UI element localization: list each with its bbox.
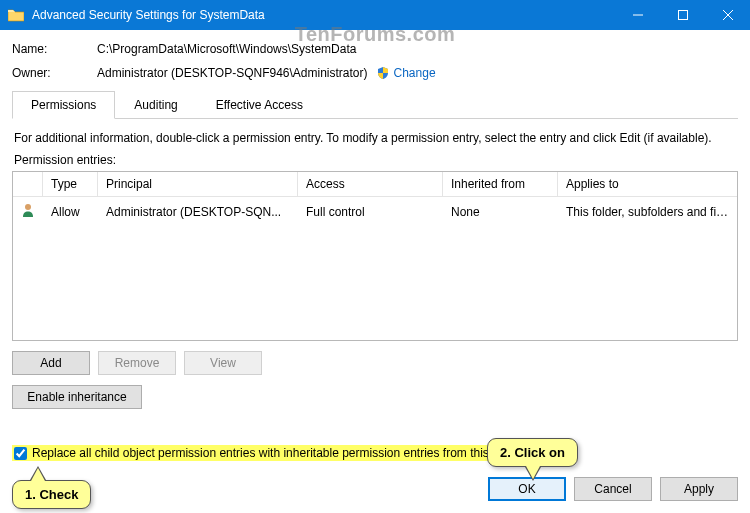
table-row[interactable]: Allow Administrator (DESKTOP-SQN... Full… <box>13 197 737 226</box>
col-principal[interactable]: Principal <box>98 172 298 197</box>
callout-click-on: 2. Click on <box>487 438 578 467</box>
info-text: For additional information, double-click… <box>14 131 736 145</box>
callout-check-text: 1. Check <box>25 487 78 502</box>
col-access[interactable]: Access <box>298 172 443 197</box>
row-applies: This folder, subfolders and files <box>558 200 737 224</box>
tab-permissions[interactable]: Permissions <box>12 91 115 119</box>
inheritance-row: Enable inheritance <box>12 385 738 409</box>
replace-permissions-text: Replace all child object permission entr… <box>32 446 524 460</box>
enable-inheritance-button[interactable]: Enable inheritance <box>12 385 142 409</box>
tab-strip: Permissions Auditing Effective Access <box>12 90 738 119</box>
col-applies[interactable]: Applies to <box>558 172 737 197</box>
col-type[interactable]: Type <box>43 172 98 197</box>
owner-value: Administrator (DESKTOP-SQNF946\Administr… <box>97 66 368 80</box>
user-icon <box>20 202 36 221</box>
name-row: Name: C:\ProgramData\Microsoft\Windows\S… <box>12 42 738 56</box>
row-access: Full control <box>298 200 443 224</box>
svg-rect-1 <box>678 11 687 20</box>
folder-icon <box>8 8 24 22</box>
close-button[interactable] <box>705 0 750 30</box>
cancel-button[interactable]: Cancel <box>574 477 652 501</box>
permission-table-header: Type Principal Access Inherited from App… <box>13 172 737 197</box>
tab-effective-access[interactable]: Effective Access <box>197 91 322 119</box>
replace-permissions-checkbox[interactable] <box>14 447 27 460</box>
add-button[interactable]: Add <box>12 351 90 375</box>
apply-button[interactable]: Apply <box>660 477 738 501</box>
row-inherited: None <box>443 200 558 224</box>
change-owner-link[interactable]: Change <box>394 66 436 80</box>
row-buttons: Add Remove View <box>12 351 738 375</box>
tab-auditing[interactable]: Auditing <box>115 91 196 119</box>
callout-check: 1. Check <box>12 480 91 509</box>
row-type: Allow <box>43 200 98 224</box>
row-principal: Administrator (DESKTOP-SQN... <box>98 200 298 224</box>
name-value: C:\ProgramData\Microsoft\Windows\SystemD… <box>97 42 356 56</box>
view-button: View <box>184 351 262 375</box>
maximize-button[interactable] <box>660 0 705 30</box>
owner-row: Owner: Administrator (DESKTOP-SQNF946\Ad… <box>12 66 738 80</box>
permission-entries-label: Permission entries: <box>14 153 736 167</box>
col-inherited[interactable]: Inherited from <box>443 172 558 197</box>
minimize-button[interactable] <box>615 0 660 30</box>
window-title: Advanced Security Settings for SystemDat… <box>32 8 615 22</box>
titlebar: Advanced Security Settings for SystemDat… <box>0 0 750 30</box>
content-area: Name: C:\ProgramData\Microsoft\Windows\S… <box>12 42 738 501</box>
permission-table[interactable]: Type Principal Access Inherited from App… <box>12 171 738 341</box>
name-label: Name: <box>12 42 97 56</box>
remove-button: Remove <box>98 351 176 375</box>
svg-point-4 <box>25 204 31 210</box>
callout-click-on-text: 2. Click on <box>500 445 565 460</box>
shield-icon <box>376 66 390 80</box>
replace-permissions-row: Replace all child object permission entr… <box>12 445 530 461</box>
owner-label: Owner: <box>12 66 97 80</box>
replace-permissions-label[interactable]: Replace all child object permission entr… <box>12 445 530 461</box>
